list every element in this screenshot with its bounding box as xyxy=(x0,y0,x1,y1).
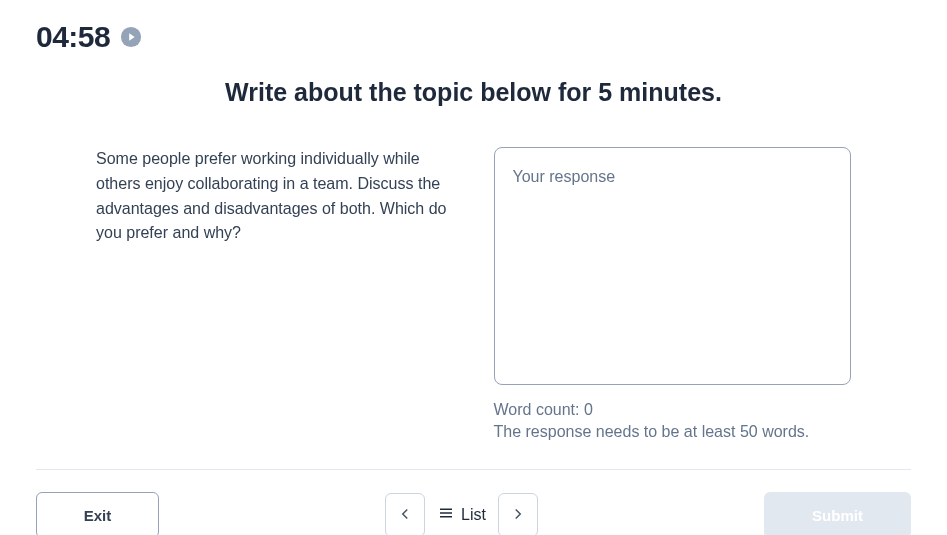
prev-button[interactable] xyxy=(385,493,425,535)
word-count-label: Word count: 0 xyxy=(494,401,852,419)
chevron-right-icon xyxy=(509,505,527,526)
validation-message: The response needs to be at least 50 wor… xyxy=(494,423,852,441)
page-heading: Write about the topic below for 5 minute… xyxy=(0,78,947,107)
response-textarea[interactable] xyxy=(494,147,852,385)
list-button[interactable]: List xyxy=(437,504,486,526)
exit-button[interactable]: Exit xyxy=(36,492,159,535)
list-label: List xyxy=(461,506,486,524)
timer-display: 04:58 xyxy=(36,20,110,54)
prompt-text: Some people prefer working individually … xyxy=(96,147,454,246)
next-button[interactable] xyxy=(498,493,538,535)
play-icon[interactable] xyxy=(120,26,142,48)
list-icon xyxy=(437,504,455,526)
submit-button[interactable]: Submit xyxy=(764,492,911,535)
chevron-left-icon xyxy=(396,505,414,526)
